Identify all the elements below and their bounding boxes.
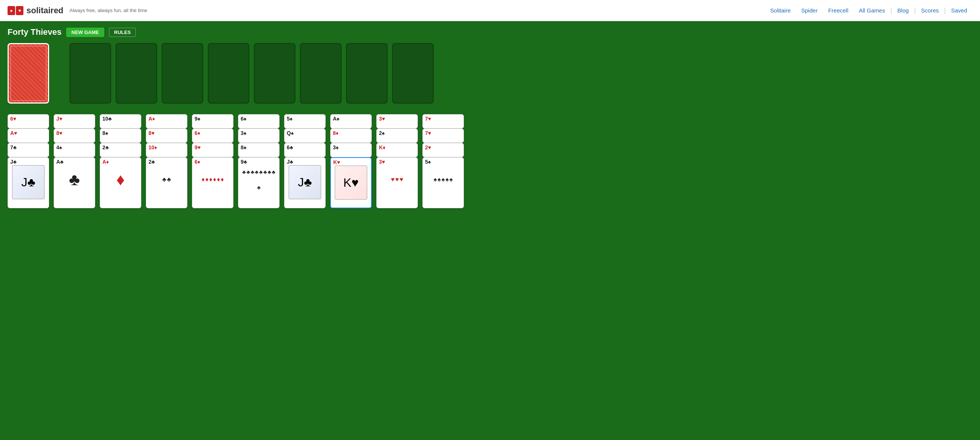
card-7-3[interactable]: K♥K♥ [330, 157, 372, 208]
card-1-0[interactable]: J♥ [54, 114, 95, 129]
card-7-0[interactable]: A♠ [330, 114, 372, 129]
card-4-3[interactable]: 6♦♦♦♦♦♦♦ [192, 157, 234, 208]
foundation-7[interactable] [346, 43, 388, 104]
tableau: 6♥A♥7♣J♣J♣J♥8♥4♠A♣♣10♣8♠2♣A♦♦A♦8♥10♦2♣♣♣… [8, 114, 972, 228]
card-6-2[interactable]: 6♣ [284, 143, 326, 157]
nav-all-games[interactable]: All Games [853, 7, 890, 14]
card-8-1[interactable]: 2♠ [376, 129, 418, 143]
card-8-3[interactable]: 3♥♥♥♥ [376, 157, 418, 208]
card-3-0[interactable]: A♦ [146, 114, 188, 129]
foundation-3[interactable] [162, 43, 203, 104]
card-6-3[interactable]: J♣J♣ [284, 157, 326, 208]
tableau-column-7: A♠8♦3♠K♥K♥ [330, 114, 372, 228]
card-1-1[interactable]: 8♥ [54, 129, 95, 143]
card-9-0[interactable]: 7♥ [422, 114, 464, 129]
card-1-2[interactable]: 4♠ [54, 143, 95, 157]
card-0-1[interactable]: A♥ [8, 129, 49, 143]
card-9-3[interactable]: 5♠♠♠♠♠♠ [422, 157, 464, 208]
deck-pile[interactable] [8, 43, 49, 104]
new-game-button[interactable]: NEW GAME [66, 27, 104, 37]
foundation-8[interactable] [392, 43, 434, 104]
tableau-column-0: 6♥A♥7♣J♣J♣ [8, 114, 49, 228]
card-2-0[interactable]: 10♣ [100, 114, 141, 129]
card-5-2[interactable]: 8♠ [238, 143, 280, 157]
card-4-0[interactable]: 9♠ [192, 114, 234, 129]
foundation-5[interactable] [254, 43, 296, 104]
foundation-4[interactable] [208, 43, 249, 104]
game-title: Forty Thieves [8, 27, 62, 37]
logo-icon: ♠ ♥ [8, 6, 24, 15]
tableau-column-6: 5♠Q♠6♣J♣J♣ [284, 114, 326, 228]
game-area: Forty Thieves NEW GAME RULES 6♥A♥7♣J♣J♣J… [0, 21, 980, 440]
tagline: Always free, always fun, all the time [70, 8, 147, 13]
foundation-6[interactable] [300, 43, 342, 104]
card-2-3[interactable]: A♦♦ [100, 157, 141, 208]
card-8-0[interactable]: 3♥ [376, 114, 418, 129]
top-row [8, 43, 972, 104]
tableau-column-8: 3♥2♠K♦3♥♥♥♥ [376, 114, 418, 228]
logo-card-1: ♠ [8, 6, 15, 15]
tableau-column-2: 10♣8♠2♣A♦♦ [100, 114, 141, 228]
logo: ♠ ♥ solitaired [8, 6, 64, 16]
card-0-0[interactable]: 6♥ [8, 114, 49, 129]
card-6-1[interactable]: Q♠ [284, 129, 326, 143]
card-5-0[interactable]: 6♠ [238, 114, 280, 129]
nav-spider[interactable]: Spider [796, 7, 823, 14]
card-0-3[interactable]: J♣J♣ [8, 157, 49, 208]
nav-blog[interactable]: Blog [892, 7, 914, 14]
logo-text: solitaired [27, 6, 64, 16]
card-3-1[interactable]: 8♥ [146, 129, 188, 143]
card-2-1[interactable]: 8♠ [100, 129, 141, 143]
card-5-3[interactable]: 9♣♣♣♣♣♣♣♣♣♣ [238, 157, 280, 208]
card-8-2[interactable]: K♦ [376, 143, 418, 157]
logo-card-2: ♥ [16, 6, 24, 15]
title-bar: Forty Thieves NEW GAME RULES [8, 27, 972, 37]
nav: Solitaire Spider Freecell All Games | Bl… [765, 6, 972, 14]
header: ♠ ♥ solitaired Always free, always fun, … [0, 0, 980, 21]
card-6-0[interactable]: 5♠ [284, 114, 326, 129]
foundation-2[interactable] [116, 43, 157, 104]
card-7-2[interactable]: 3♠ [330, 143, 372, 157]
card-9-1[interactable]: 7♥ [422, 129, 464, 143]
nav-solitaire[interactable]: Solitaire [765, 7, 796, 14]
foundation-1[interactable] [70, 43, 111, 104]
card-4-2[interactable]: 9♥ [192, 143, 234, 157]
card-7-1[interactable]: 8♦ [330, 129, 372, 143]
tableau-column-3: A♦8♥10♦2♣♣♣ [146, 114, 188, 228]
nav-freecell[interactable]: Freecell [823, 7, 853, 14]
nav-scores[interactable]: Scores [916, 7, 944, 14]
tableau-column-4: 9♠6♦9♥6♦♦♦♦♦♦♦ [192, 114, 234, 228]
tableau-column-5: 6♠3♠8♠9♣♣♣♣♣♣♣♣♣♣ [238, 114, 280, 228]
tableau-column-1: J♥8♥4♠A♣♣ [54, 114, 95, 228]
card-9-2[interactable]: 2♥ [422, 143, 464, 157]
card-5-1[interactable]: 3♠ [238, 129, 280, 143]
card-0-2[interactable]: 7♣ [8, 143, 49, 157]
card-1-3[interactable]: A♣♣ [54, 157, 95, 208]
card-3-3[interactable]: 2♣♣♣ [146, 157, 188, 208]
nav-saved[interactable]: Saved [946, 7, 972, 14]
card-3-2[interactable]: 10♦ [146, 143, 188, 157]
tableau-column-9: 7♥7♥2♥5♠♠♠♠♠♠ [422, 114, 464, 228]
rules-button[interactable]: RULES [109, 27, 136, 37]
card-2-2[interactable]: 2♣ [100, 143, 141, 157]
card-4-1[interactable]: 6♦ [192, 129, 234, 143]
